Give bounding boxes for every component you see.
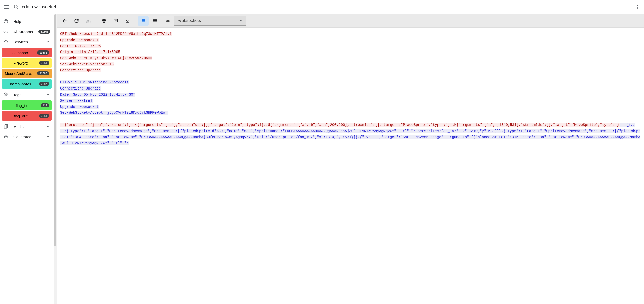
help-icon — [3, 19, 9, 24]
count-badge: 117 — [41, 103, 49, 107]
sidebar-scrollbar[interactable] — [54, 14, 57, 304]
back-button[interactable] — [59, 16, 70, 26]
sidebar-header-label: Generated — [13, 135, 41, 139]
sidebar-item-help[interactable]: Help — [0, 16, 54, 27]
svg-rect-11 — [114, 19, 117, 22]
sidebar-header-label: Services — [13, 40, 41, 44]
topbar — [0, 0, 644, 14]
stream-content[interactable]: GET /hubs/session?id=1s4S12MD2f4VUxthu2q… — [57, 28, 644, 304]
sidebar-service-item[interactable]: bambi-notes2687 — [2, 79, 52, 89]
count-badge: 7261 — [39, 61, 49, 65]
sidebar-item-label: Help — [13, 19, 50, 24]
sidebar: Help All Streams 51505 Services — [0, 14, 54, 304]
count-badge: 2687 — [39, 82, 49, 86]
infinity-icon — [3, 29, 9, 34]
hex-view-button[interactable] — [150, 16, 160, 26]
toolbar: 0x websockets — [57, 14, 644, 28]
count-badge: 19866 — [37, 50, 49, 55]
tag-name: flag_in — [4, 103, 38, 108]
ws-outgoing-segment: . {"protocol":"json","version":1}..<{"ar… — [60, 123, 620, 127]
converter-selector[interactable]: websockets — [174, 16, 246, 26]
sidebar-header-generated[interactable]: Generated — [0, 132, 54, 142]
websocket-stream-block: . {"protocol":"json","version":1}..<{"ar… — [60, 122, 641, 146]
overflow-menu-button[interactable] — [634, 4, 640, 10]
ox-indicator: 0x — [166, 19, 170, 23]
sidebar-item-label: All Streams — [13, 30, 34, 34]
tag-name: flag_out — [4, 114, 37, 118]
menu-button[interactable] — [4, 4, 10, 10]
service-name: bambi-notes — [4, 82, 37, 86]
sidebar-header-label: Marks — [13, 124, 41, 129]
svg-rect-8 — [86, 19, 90, 23]
svg-point-6 — [5, 137, 5, 137]
download-button[interactable] — [122, 16, 133, 26]
chevron-down-icon — [239, 19, 243, 23]
sidebar-header-services[interactable]: Services — [0, 37, 54, 47]
cyberchef-button[interactable] — [99, 16, 109, 26]
service-name: MouseAndScre… — [4, 71, 35, 76]
svg-point-3 — [6, 22, 6, 23]
main-panel: 0x websockets GET /hubs/session?id=1s4S1… — [57, 14, 644, 304]
sidebar-service-item[interactable]: MouseAndScre…21683 — [2, 69, 52, 78]
search-icon — [13, 4, 19, 10]
text-view-button[interactable] — [138, 16, 149, 26]
chevron-up-icon — [46, 40, 50, 44]
cloud-icon — [3, 39, 9, 45]
tags-icon — [3, 92, 9, 97]
chevron-up-icon — [46, 92, 50, 97]
sidebar-item-all-streams[interactable]: All Streams 51505 — [0, 27, 54, 37]
chevron-up-icon — [46, 124, 50, 129]
count-badge: 3651 — [39, 114, 49, 118]
refresh-button[interactable] — [71, 16, 82, 26]
converter-selector-value: websockets — [178, 18, 236, 23]
search-field-wrap — [13, 3, 629, 11]
sidebar-tag-item[interactable]: flag_out3651 — [2, 111, 52, 121]
service-name: Catchbox — [4, 50, 35, 55]
svg-point-9 — [87, 20, 89, 21]
svg-line-1 — [17, 8, 18, 9]
sidebar-header-marks[interactable]: Marks — [0, 121, 54, 132]
sidebar-tag-item[interactable]: flag_in117 — [2, 100, 52, 110]
bookmarks-icon — [3, 124, 9, 129]
robot-icon — [3, 134, 9, 140]
sidebar-service-item[interactable]: Fireworx7261 — [2, 58, 52, 68]
find-in-page-button — [83, 16, 94, 26]
search-input[interactable] — [22, 4, 629, 10]
count-badge: 51505 — [38, 30, 50, 34]
svg-point-7 — [6, 137, 7, 137]
sidebar-header-tags[interactable]: Tags — [0, 90, 54, 100]
svg-line-10 — [89, 21, 89, 22]
svg-point-0 — [14, 5, 17, 8]
count-badge: 21683 — [37, 71, 49, 75]
chevron-up-icon — [46, 134, 50, 139]
svg-rect-4 — [4, 125, 7, 128]
sidebar-header-label: Tags — [13, 93, 41, 97]
http-response-block: HTTP/1.1 101 Switching ProtocolsConnecti… — [60, 80, 641, 116]
sidebar-service-item[interactable]: Catchbox19866 — [2, 48, 52, 57]
http-request-block: GET /hubs/session?id=1s4S12MD2f4VUxthu2q… — [60, 31, 641, 74]
marks-button[interactable] — [110, 16, 121, 26]
service-name: Fireworx — [4, 61, 37, 65]
